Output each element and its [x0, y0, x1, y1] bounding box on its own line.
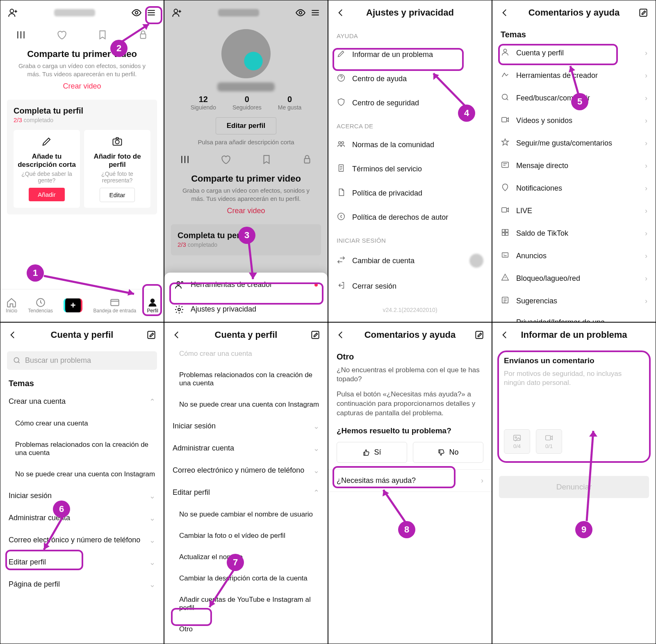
- eye-icon[interactable]: [131, 7, 142, 18]
- row-privacy[interactable]: Política de privacidad: [328, 181, 492, 205]
- bio-hint[interactable]: Pulsa para añadir descripción corta: [164, 139, 328, 146]
- compose-icon[interactable]: [310, 329, 321, 341]
- back-icon[interactable]: [499, 329, 510, 341]
- subtopic-row[interactable]: No se puede crear una cuenta con Instagr…: [0, 464, 164, 485]
- row-terms[interactable]: Términos del servicio: [328, 157, 492, 181]
- category-row[interactable]: Iniciar sesión⌄: [164, 415, 328, 437]
- category-row[interactable]: Iniciar sesión⌄: [0, 485, 164, 507]
- back-icon[interactable]: [335, 7, 346, 18]
- topic-row[interactable]: LIVE›: [492, 200, 656, 222]
- subtopic-row[interactable]: Problemas relacionados con la creación d…: [0, 434, 164, 464]
- subtopic-row[interactable]: Cómo crear una cuenta: [164, 347, 328, 364]
- card-add-bio: Añade tu descripción corta ¿Qué debe sab…: [14, 130, 80, 208]
- handle-blur: [217, 82, 275, 91]
- topic-row[interactable]: Saldo de TikTok›: [492, 222, 656, 245]
- category-row[interactable]: Administrar cuenta⌄: [0, 507, 164, 529]
- svg-point-7: [151, 299, 155, 303]
- subtopic-row[interactable]: Actualizar el nombre: [164, 546, 328, 568]
- subtopic-row[interactable]: Cambiar la foto o el vídeo de perfil: [164, 525, 328, 546]
- topic-row[interactable]: Cuenta y perfil›: [492, 42, 656, 64]
- nav-home[interactable]: Inicio: [6, 297, 17, 314]
- subtopic-row[interactable]: Problemas relacionados con la creación d…: [164, 364, 328, 394]
- tab-grid-icon[interactable]: [179, 154, 191, 165]
- subtopic-row[interactable]: Otro: [164, 619, 328, 640]
- cat-create-account[interactable]: Crear una cuenta⌃: [0, 391, 164, 413]
- no-button[interactable]: No: [413, 442, 483, 463]
- svg-rect-36: [506, 233, 508, 235]
- nav-inbox[interactable]: Bandeja de entrada: [93, 297, 137, 314]
- row-logout[interactable]: Cerrar sesión: [328, 274, 492, 298]
- topic-row[interactable]: Seguir/me gusta/comentarios›: [492, 132, 656, 155]
- compose-icon[interactable]: [146, 329, 157, 341]
- edit-profile-button[interactable]: Editar perfil: [216, 117, 276, 134]
- category-row[interactable]: Correo electrónico y número de teléfono⌄: [164, 460, 328, 482]
- username-blur: [218, 9, 259, 16]
- tab-liked-icon[interactable]: [56, 29, 67, 41]
- subtopic-row[interactable]: Cómo crear una cuenta: [0, 413, 164, 434]
- nav-trends[interactable]: Tendencias: [28, 297, 53, 314]
- back-icon[interactable]: [171, 329, 182, 341]
- category-row[interactable]: Página de perfil⌄: [0, 573, 164, 596]
- subtopic-row[interactable]: Añadir cuentas de YouTube e Instagram al…: [164, 589, 328, 619]
- topic-row[interactable]: Anuncios›: [492, 245, 656, 267]
- topic-row[interactable]: Mensaje directo›: [492, 155, 656, 177]
- screen-report-problem: Informar de un problema Envíanos un come…: [492, 322, 656, 644]
- row-community[interactable]: Normas de la comunidad: [328, 133, 492, 157]
- menu-settings-privacy[interactable]: Ajustes y privacidad: [164, 297, 328, 322]
- row-help-center[interactable]: Centro de ayuda: [328, 67, 492, 91]
- menu-icon[interactable]: [146, 7, 157, 18]
- category-row[interactable]: Editar perfil⌄: [0, 551, 164, 573]
- back-icon[interactable]: [499, 7, 510, 18]
- tab-private-icon[interactable]: [137, 29, 149, 41]
- topic-row[interactable]: Notificaciones›: [492, 177, 656, 200]
- category-row[interactable]: Administrar cuenta⌄: [164, 437, 328, 460]
- profile-tabs[interactable]: [0, 25, 164, 45]
- menu-icon[interactable]: [310, 7, 321, 18]
- compose-icon[interactable]: [474, 329, 485, 341]
- row-copyright[interactable]: Política de derechos de autor: [328, 205, 492, 230]
- tab-saved-icon[interactable]: [261, 154, 272, 165]
- add-user-icon[interactable]: [171, 7, 182, 18]
- compose-icon[interactable]: [638, 7, 649, 18]
- topic-row[interactable]: Herramientas de creador›: [492, 64, 656, 87]
- subtopic-row[interactable]: No se puede cambiar el nombre de usuario: [164, 504, 328, 525]
- attach-video[interactable]: 0/1: [536, 429, 562, 454]
- edit-photo-button[interactable]: Editar: [100, 188, 134, 202]
- eye-icon[interactable]: [295, 7, 306, 18]
- nav-profile[interactable]: Perfil: [147, 297, 158, 314]
- feedback-box: Envíanos un comentario Por motivos de se…: [497, 350, 651, 463]
- back-icon[interactable]: [7, 329, 18, 341]
- screen-profile-empty: Comparte tu primer video Graba o carga u…: [0, 0, 164, 322]
- svg-point-28: [503, 49, 506, 52]
- tab-saved-icon[interactable]: [97, 29, 108, 41]
- add-bio-button[interactable]: Añadir: [29, 188, 64, 201]
- menu-creator-tools[interactable]: Herramientas de creador: [164, 273, 328, 297]
- row-need-more-help[interactable]: ¿Necesitas más ayuda?›: [328, 469, 492, 492]
- tab-liked-icon[interactable]: [220, 154, 231, 165]
- create-video-link[interactable]: Crear video: [63, 82, 101, 91]
- tab-grid-icon[interactable]: [15, 29, 27, 41]
- submit-report-button[interactable]: Denunciar: [499, 476, 649, 498]
- chevron-down-icon: ⌄: [149, 536, 155, 545]
- topic-row[interactable]: Bloqueo/lagueo/red›: [492, 267, 656, 290]
- screen-feedback-other: Comentarios y ayuda Otro ¿No encuentras …: [328, 322, 492, 644]
- profile-tabs[interactable]: [164, 150, 328, 169]
- cat-edit-profile[interactable]: Editar perfil⌃: [164, 482, 328, 504]
- yes-button[interactable]: Sí: [337, 442, 407, 463]
- tab-private-icon[interactable]: [301, 154, 313, 165]
- add-user-icon[interactable]: [7, 7, 18, 18]
- row-report-problem[interactable]: Informar de un problema: [328, 43, 492, 67]
- attach-image[interactable]: 0/4: [504, 429, 530, 454]
- search-input[interactable]: Buscar un problema: [7, 351, 157, 370]
- category-row[interactable]: Correo electrónico y número de teléfono⌄: [0, 529, 164, 551]
- topic-row[interactable]: Sugerencias›: [492, 290, 656, 312]
- back-icon[interactable]: [335, 329, 346, 341]
- subtopic-row[interactable]: No se puede crear una cuenta con Instagr…: [164, 394, 328, 415]
- topic-row[interactable]: Vídeos y sonidos›: [492, 109, 656, 132]
- cat-profile-page[interactable]: Página de perfil⌄: [164, 640, 328, 644]
- subtopic-row[interactable]: Cambiar la descripción corta de la cuent…: [164, 568, 328, 589]
- nav-create[interactable]: +: [64, 298, 82, 312]
- topic-row[interactable]: Privacidad/Informar de una infracción›: [492, 312, 656, 322]
- row-switch-account[interactable]: Cambiar de cuenta: [328, 247, 492, 274]
- feedback-textarea[interactable]: Por motivos de seguridad, no incluyas ni…: [504, 369, 644, 427]
